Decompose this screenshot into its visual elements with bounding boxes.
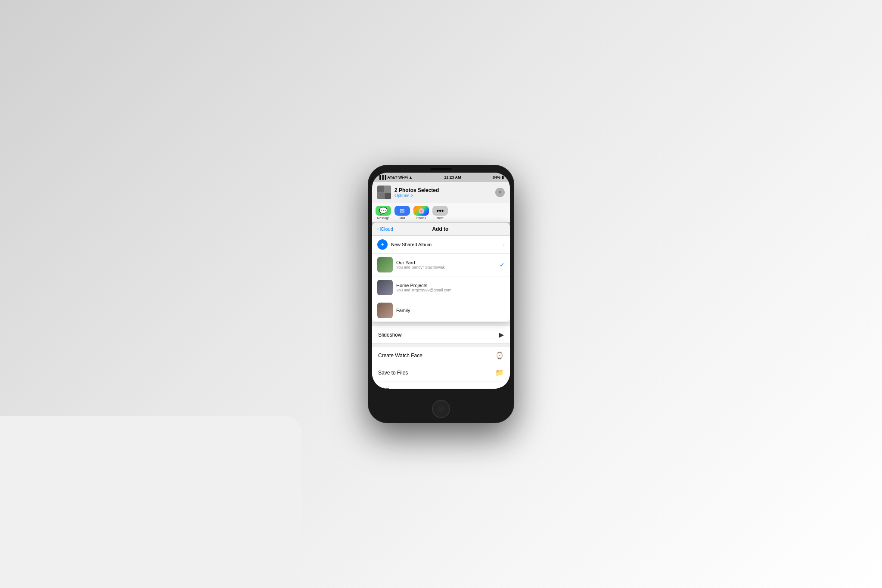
messages-icon: 💬 — [376, 206, 391, 216]
shelf-decoration — [0, 416, 301, 588]
new-shared-album-item[interactable]: + New Shared Album › — [372, 236, 510, 254]
chevron-left-icon: ‹ — [377, 226, 379, 232]
more-icon: ••• — [432, 206, 448, 216]
chevron-right-icon: › — [503, 241, 505, 248]
menu-separator-2 — [372, 344, 510, 347]
menu-item-left: Print — [378, 387, 389, 389]
thumb-cell-3 — [377, 193, 384, 200]
album-yard-text: Our Yard You and Sandy* Stachowiak — [396, 260, 496, 269]
dropdown-header: ‹ iCloud Add to — [372, 223, 510, 236]
selected-photos-thumb — [377, 186, 391, 199]
thumb-cell-4 — [385, 193, 391, 200]
phone-screen: ▐▐▐ AT&T Wi-Fi ▲ 11:23 AM 84% ▮ — [372, 173, 510, 389]
status-time: 11:23 AM — [444, 175, 461, 179]
dropdown-back-button[interactable]: ‹ iCloud — [377, 226, 393, 232]
messages-label: Message — [377, 217, 389, 220]
menu-slideshow[interactable]: Slideshow ▶ — [372, 326, 510, 344]
thumb-cell-1 — [377, 186, 384, 192]
mail-label: Mail — [400, 217, 405, 220]
share-header-left: 2 Photos Selected Options > — [377, 186, 439, 199]
share-app-message[interactable]: 💬 Message — [376, 206, 391, 220]
album-family-thumb — [377, 303, 393, 318]
album-our-yard[interactable]: Our Yard You and Sandy* Stachowiak ✓ — [372, 254, 510, 276]
album-home-projects[interactable]: Home Projects You and strgzr9999@gmail.c… — [372, 276, 510, 299]
add-to-dropdown: ‹ iCloud Add to + New Shared Album › — [372, 223, 510, 322]
new-album-text: New Shared Album — [391, 242, 500, 247]
status-carrier: ▐▐▐ AT&T Wi-Fi ▲ — [378, 175, 413, 179]
share-app-mail[interactable]: ✉ Mail — [394, 206, 410, 220]
mail-icon: ✉ — [394, 206, 410, 216]
share-app-photos[interactable]: 🌸 Photos — [413, 206, 429, 220]
status-battery: 84% ▮ — [493, 175, 504, 179]
print-icon: 🖨 — [497, 386, 504, 389]
wifi-icon: ▲ — [409, 175, 413, 179]
album-home-thumb — [377, 280, 393, 295]
photos-label: Photos — [416, 217, 426, 220]
menu-save-to-files[interactable]: Save to Files 📁 — [372, 364, 510, 381]
thumb-cell-2 — [385, 186, 391, 192]
home-button[interactable] — [432, 400, 450, 418]
album-yard-thumb — [377, 257, 393, 272]
share-options-link[interactable]: Options > — [394, 193, 439, 198]
phone-device: ▐▐▐ AT&T Wi-Fi ▲ 11:23 AM 84% ▮ — [368, 165, 514, 423]
menu-print[interactable]: Print 🖨 — [372, 381, 510, 389]
album-family-text: Family — [396, 308, 505, 313]
menu-item-left: Create Watch Face — [378, 353, 422, 359]
share-title: 2 Photos Selected — [394, 187, 439, 193]
share-apps-row: 💬 Message ✉ Mail 🌸 Photos ••• More — [372, 203, 510, 223]
photos-icon: 🌸 — [413, 206, 429, 216]
more-label: More — [437, 217, 444, 220]
screen-content: 2 Photos Selected Options > × 💬 Message … — [372, 182, 510, 389]
share-header: 2 Photos Selected Options > × — [372, 182, 510, 203]
watch-icon: ⌚ — [495, 351, 504, 359]
menu-separator-1 — [372, 323, 510, 326]
phone-speaker — [430, 168, 452, 170]
album-home-text: Home Projects You and strgzr9999@gmail.c… — [396, 283, 505, 292]
play-icon: ▶ — [499, 331, 504, 339]
signal-icon: ▐▐▐ — [378, 175, 386, 179]
dropdown-title: Add to — [432, 226, 448, 232]
close-button[interactable]: × — [495, 188, 505, 197]
share-app-more[interactable]: ••• More — [432, 206, 448, 220]
status-bar: ▐▐▐ AT&T Wi-Fi ▲ 11:23 AM 84% ▮ — [372, 173, 510, 182]
share-title-group: 2 Photos Selected Options > — [394, 187, 439, 198]
menu-item-left: Slideshow — [378, 332, 402, 338]
plus-icon: + — [377, 239, 388, 250]
menu-create-watch-face[interactable]: Create Watch Face ⌚ — [372, 347, 510, 364]
folder-icon: 📁 — [495, 368, 504, 377]
menu-item-left: Save to Files — [378, 370, 408, 376]
album-family[interactable]: Family — [372, 299, 510, 322]
battery-icon: ▮ — [502, 175, 504, 179]
checkmark-icon: ✓ — [500, 261, 505, 268]
